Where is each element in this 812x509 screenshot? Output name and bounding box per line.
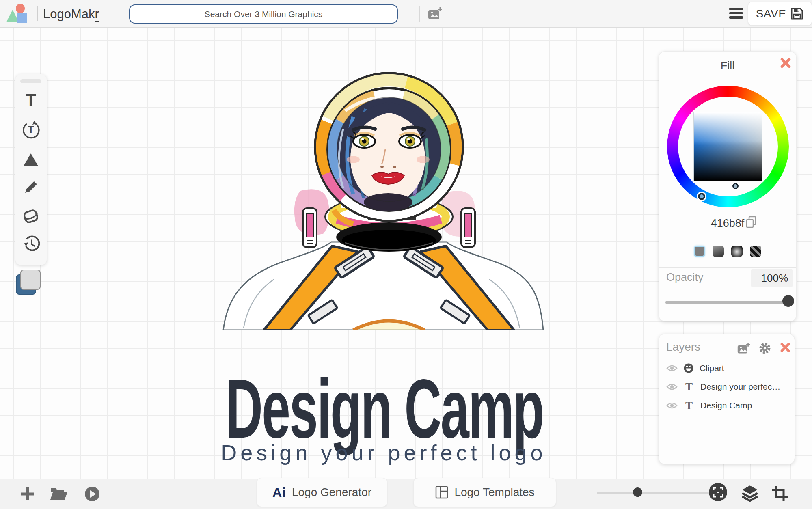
fill-type-pattern-swatch[interactable] bbox=[750, 246, 761, 257]
fill-tool-icon bbox=[22, 207, 40, 225]
layer-name: Clipart bbox=[700, 363, 724, 373]
layers-stack-icon[interactable] bbox=[741, 484, 759, 503]
fill-panel: Fill 416b8f Opacity 100% bbox=[659, 51, 797, 321]
clipart-layer-emoji-icon bbox=[683, 363, 694, 373]
fit-to-screen-button[interactable] bbox=[709, 483, 727, 501]
opacity-row: Opacity 100% bbox=[659, 267, 796, 289]
layer-name: Design your perfec… bbox=[700, 382, 780, 392]
visibility-eye-icon[interactable] bbox=[666, 401, 678, 410]
ai-icon: Ai bbox=[272, 485, 286, 500]
layer-name: Design Camp bbox=[700, 401, 752, 410]
color-wheel[interactable] bbox=[667, 86, 789, 207]
opacity-slider-thumb[interactable] bbox=[782, 295, 794, 307]
curved-text-tool-icon: T bbox=[22, 121, 40, 139]
saturation-value-handle[interactable] bbox=[732, 183, 739, 189]
fill-type-radial-gradient-swatch[interactable] bbox=[731, 246, 743, 257]
menu-hamburger-icon[interactable] bbox=[729, 8, 744, 20]
visibility-eye-icon[interactable] bbox=[666, 364, 678, 372]
hex-value[interactable]: 416b8f bbox=[659, 217, 796, 230]
brand-name[interactable]: LogoMakr bbox=[43, 7, 99, 22]
text-layer-icon: T bbox=[683, 381, 695, 393]
clipart-astronaut[interactable] bbox=[219, 68, 544, 330]
visibility-eye-icon[interactable] bbox=[666, 383, 678, 391]
brand-divider bbox=[37, 6, 38, 21]
text-tool-button[interactable]: T bbox=[22, 91, 40, 110]
templates-grid-icon bbox=[435, 485, 449, 499]
curved-text-tool-button[interactable]: T bbox=[22, 121, 40, 139]
layer-row-subtitle-text[interactable]: T Design your perfec… bbox=[663, 379, 791, 395]
logo-generator-label: Logo Generator bbox=[292, 486, 371, 499]
palette-drag-handle[interactable] bbox=[20, 79, 41, 83]
saturation-value-square[interactable] bbox=[693, 112, 762, 181]
logomakr-app: Design Camp Design your perfect logo Log… bbox=[0, 0, 812, 509]
draw-tool-button[interactable] bbox=[22, 177, 40, 196]
layer-row-title-text[interactable]: T Design Camp bbox=[663, 397, 791, 414]
canvas-title-text[interactable]: Design Camp bbox=[223, 367, 546, 451]
add-new-icon[interactable] bbox=[19, 486, 36, 502]
color-indicator[interactable] bbox=[15, 268, 43, 297]
layers-panel-close-icon[interactable] bbox=[780, 342, 790, 353]
open-folder-icon[interactable] bbox=[50, 487, 68, 501]
fill-eraser-tool-button[interactable] bbox=[22, 207, 40, 225]
fill-panel-title: Fill bbox=[659, 60, 796, 72]
shapes-tool-button[interactable] bbox=[22, 151, 40, 169]
history-icon bbox=[22, 235, 40, 253]
text-layer-icon: T bbox=[683, 399, 695, 412]
save-floppy-icon bbox=[790, 7, 804, 21]
search-input[interactable] bbox=[129, 4, 398, 24]
history-tool-button[interactable] bbox=[22, 235, 40, 253]
triangle-shape-icon bbox=[22, 151, 40, 169]
save-button[interactable]: SAVE bbox=[748, 2, 812, 26]
copy-hex-icon[interactable] bbox=[745, 216, 757, 229]
hue-handle[interactable] bbox=[698, 193, 705, 200]
svg-text:T: T bbox=[26, 91, 36, 110]
fill-type-solid-swatch[interactable] bbox=[694, 246, 705, 257]
opacity-value[interactable]: 100% bbox=[751, 269, 793, 287]
zoom-slider-thumb[interactable] bbox=[633, 487, 642, 497]
crop-icon[interactable] bbox=[771, 485, 788, 502]
zoom-slider-track[interactable] bbox=[597, 492, 709, 494]
layers-add-image-icon[interactable] bbox=[736, 342, 751, 355]
text-tool-icon: T bbox=[22, 91, 40, 110]
pencil-icon bbox=[22, 177, 40, 196]
fit-to-screen-icon bbox=[713, 487, 724, 498]
play-tutorial-icon[interactable] bbox=[84, 485, 101, 503]
opacity-slider-track[interactable] bbox=[665, 301, 792, 304]
layers-settings-gear-icon[interactable] bbox=[758, 341, 772, 355]
bottom-bar: Ai Logo Generator Logo Templates bbox=[0, 479, 812, 509]
logo-templates-button[interactable]: Logo Templates bbox=[413, 478, 556, 507]
tool-palette: T T bbox=[15, 74, 47, 265]
canvas-subtitle-text[interactable]: Design your perfect logo bbox=[97, 440, 670, 465]
top-bar: LogoMakr SAVE bbox=[0, 0, 812, 28]
layers-panel: Layers Clipart bbox=[659, 334, 795, 464]
search-divider bbox=[419, 6, 420, 22]
fill-color-swatch[interactable] bbox=[20, 270, 41, 290]
add-image-icon[interactable] bbox=[427, 6, 443, 21]
svg-text:T: T bbox=[28, 124, 34, 135]
layers-panel-title: Layers bbox=[666, 341, 700, 354]
logo-templates-label: Logo Templates bbox=[454, 486, 534, 499]
save-label: SAVE bbox=[756, 7, 786, 20]
logomakr-logo-icon[interactable] bbox=[6, 3, 31, 24]
logo-generator-button[interactable]: Ai Logo Generator bbox=[257, 478, 387, 507]
opacity-label: Opacity bbox=[666, 271, 704, 284]
layer-row-clipart[interactable]: Clipart bbox=[663, 360, 791, 376]
fill-type-linear-gradient-swatch[interactable] bbox=[713, 246, 724, 257]
